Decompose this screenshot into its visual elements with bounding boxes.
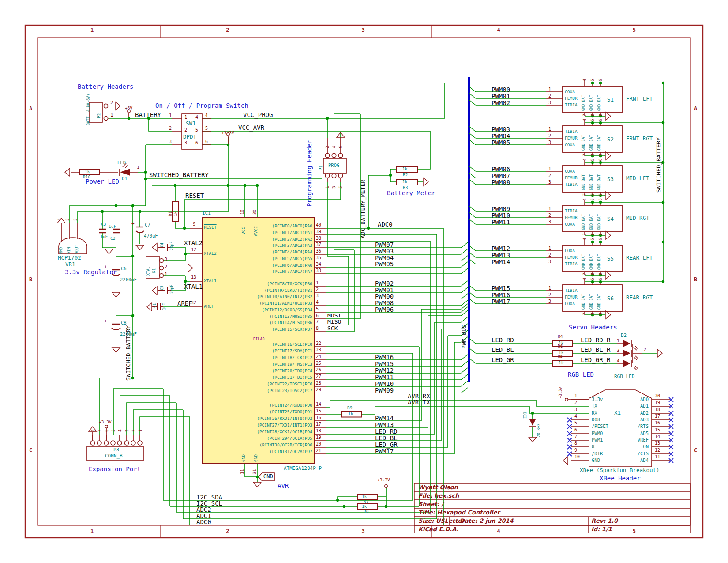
net-battery: BATTERY [135, 112, 161, 118]
switch-inner-1: 1 [184, 115, 187, 120]
avr-pin-name: (PCINT15/SCK)PB7 [211, 327, 312, 332]
d2-pin-2: 2 [644, 348, 646, 352]
servo-pin-number: 3 [548, 140, 551, 145]
avr-pin-number: 33 [316, 268, 321, 273]
titleblock-id: Id: 1/1 [591, 526, 612, 533]
servo-pin-number: 1 [548, 127, 551, 132]
avr-pin-number: 25 [316, 361, 321, 366]
avr-pin-name: (PCINT25/TXD0)PD1 [211, 409, 312, 414]
avr-pin-number: 21 [316, 448, 321, 453]
net-sck: SCK [327, 325, 338, 332]
switch-value: DPDT [183, 134, 196, 140]
avr-pin-name: (PCINT26/RXD1/INT0)PD2 [211, 416, 312, 421]
switch-inner-4: 4 [195, 115, 198, 120]
avr-pin-name: (PCINT2/ADC2)PA2 [211, 237, 312, 242]
vr1-pin-number: 2 [65, 214, 70, 221]
vr1-pin-name: VIN [67, 241, 71, 254]
net-pwm-bus: PWM_BUS [461, 314, 467, 349]
xbee-pin-number: 1 [574, 393, 577, 398]
avr-pin-number: 8 [316, 326, 319, 331]
avr-pin-number: 34 [316, 262, 321, 267]
servo-pin-number: 2 [548, 133, 551, 138]
xbee-pin-name: 8 [592, 444, 594, 449]
r9-value: 1k [348, 412, 353, 416]
avr-pin-name: (PCINT10/AIN0/INT2)PB2 [211, 294, 312, 299]
xbee-pin-number: 12 [655, 448, 660, 453]
titleblock-file: File: hex.sch [418, 493, 459, 499]
switch-inner-2: 2 [184, 128, 187, 133]
servo-pin-name: TIBIA [565, 208, 578, 213]
r10-ref: R10 [83, 175, 90, 179]
servo-pin-name: TIBIA [565, 288, 578, 293]
servo-pwm-label: PWM05 [492, 139, 510, 146]
xbee-pin-name: AD2 [613, 410, 649, 416]
r3-ref: R3 [403, 185, 408, 190]
frame-row-label: C [29, 448, 32, 453]
servo-pin-name: TIBIA [565, 261, 578, 266]
servo-pin-number: 3 [548, 100, 551, 105]
xbee-pin-number: 8 [574, 441, 577, 446]
titleblock-author: Wyatt Olson [418, 484, 458, 491]
servo-pin-name: TIBIA [565, 129, 578, 134]
c1-ref: C1 [153, 299, 157, 308]
avr-pin-name: (PCINT11/AIN1/OC0)PB3 [211, 301, 312, 306]
servo-pin-number: 7 [582, 154, 587, 156]
servo-pin-name: COXA [565, 248, 575, 253]
d2-pin-1: 1 [617, 339, 619, 343]
xbee-pin-name: 3.3v [592, 397, 603, 402]
servo-ref: S1 [607, 96, 614, 103]
frame-column-label: 1 [90, 529, 94, 534]
net-led-rd: LED_RD [492, 337, 514, 344]
avr-pin-name: (PCINT1/ADC1)PA1 [211, 230, 312, 235]
d1-ref: D1 [122, 176, 128, 181]
battery-header-ref: P2 [97, 107, 101, 118]
avr-pin-number: 23 [316, 348, 321, 352]
xbee-pin-number: 7 [574, 434, 577, 439]
servo-gnd-bat: GND BAT [597, 89, 601, 111]
p3-value: CONN_B [105, 453, 123, 459]
net-led-gr: LED_GR [492, 357, 514, 363]
xbee-pin-name: AD0 [613, 397, 649, 402]
servo-pin-name: FEMUR [565, 136, 578, 140]
servo-pin-name: TIBIA [565, 182, 578, 187]
servo-pin-number: 1 [548, 206, 551, 211]
p3-pin-number: 6 [105, 426, 109, 432]
avr-pin-number: 40 [316, 223, 321, 227]
xbee-pin-name: ON [613, 444, 649, 449]
xbee-pin-name: RX [592, 410, 597, 416]
power-flag-3v3-port: +3.3V [99, 420, 112, 424]
avr-pin-name: (PCINT8/T0/XCK)PB0 [211, 281, 312, 286]
net-adc0-top: ADC0 [378, 221, 393, 228]
servo-pin-number: 5 [590, 159, 595, 161]
titleblock-company: KiCad E.D.A. [418, 526, 458, 533]
r8-ref: R8 [364, 509, 368, 514]
xbee-pin-number: 6 [574, 427, 577, 432]
section-battery-headers: Battery Headers [78, 83, 133, 90]
section-servo-headers: Servo Headers [569, 324, 617, 331]
servo-pin-number: 1 [548, 87, 551, 92]
servo-gnd-bat: GND BAT [589, 287, 593, 310]
servo-side-label: MID RGT [626, 215, 649, 221]
switch-pin-3: 3 [169, 140, 172, 144]
net-led-bl: LED_BL [492, 347, 514, 353]
xbee-pin-number: 10 [574, 454, 580, 459]
servo-gnd-bat: GND BAT [597, 248, 601, 270]
xbee-pin-number: 4 [574, 414, 577, 419]
servo-pin-number: 4 [582, 79, 587, 81]
avr-pin-name: (PCINT0/ADC0)PA0 [211, 223, 312, 228]
servo-pin-number: 3 [548, 259, 551, 264]
avr-pin-name: (PCINT9/CLKO/T1)PB1 [211, 288, 312, 293]
avr-pin-number: 38 [316, 236, 321, 241]
p3-pin-number: 7 [98, 426, 102, 432]
xbee-pin-name: /CTS [613, 451, 649, 456]
servo-pin-number: 7 [582, 313, 587, 315]
avr-pin-number: 6 [316, 313, 319, 318]
net-adc-battery-meter: ADC_BATTERY_METER [360, 168, 366, 238]
c6-value: 2200uF [120, 277, 137, 282]
avr-pin-number: 4 [316, 300, 319, 305]
xbee-pin-number: 19 [655, 400, 660, 405]
xbee-pin-number: 18 [655, 407, 660, 412]
net-switched-battery: SWITCHED_BATTERY [149, 172, 209, 178]
servo-pin-number: 8 [590, 273, 595, 275]
xbee-pin-number: 3 [574, 407, 577, 412]
